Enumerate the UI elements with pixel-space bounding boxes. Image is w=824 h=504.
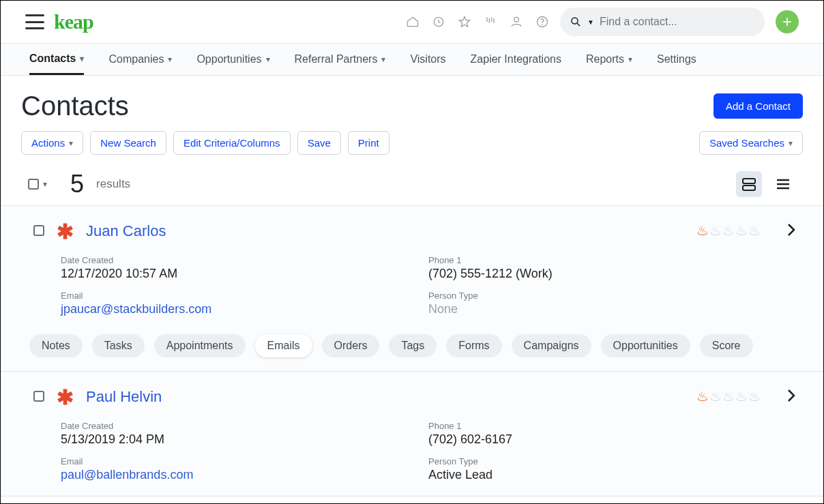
- nav-label: Zapier Integrations: [471, 53, 561, 65]
- nav-label: Referral Partners: [295, 53, 378, 65]
- field-value: Active Lead: [428, 468, 796, 482]
- chevron-right-icon: [786, 388, 796, 403]
- nav-opportunities[interactable]: Opportunities▾: [196, 44, 269, 75]
- svg-point-4: [572, 18, 578, 24]
- flame-icon: ♨: [748, 388, 761, 404]
- contact-card: ✱Juan Carlos♨♨♨♨♨Date Created12/17/2020 …: [1, 206, 823, 372]
- star-icon[interactable]: [458, 15, 471, 29]
- home-icon[interactable]: [406, 15, 420, 29]
- menu-icon[interactable]: [25, 14, 44, 29]
- nav-zapier-integrations[interactable]: Zapier Integrations: [471, 44, 561, 75]
- chevron-down-icon[interactable]: ▾: [43, 179, 47, 189]
- actions-button[interactable]: Actions▾: [21, 131, 83, 155]
- asterisk-icon: ✱: [57, 391, 74, 404]
- flame-icon: ♨: [696, 388, 709, 404]
- help-icon[interactable]: [535, 15, 549, 29]
- tab-notes[interactable]: Notes: [29, 334, 83, 357]
- results-label: results: [96, 177, 130, 191]
- field-label: Date Created: [61, 255, 428, 265]
- contact-checkbox[interactable]: [33, 225, 44, 236]
- expand-button[interactable]: [786, 388, 796, 403]
- logo[interactable]: keap: [54, 10, 93, 33]
- top-bar: keap ▼ +: [1, 1, 823, 43]
- contact-name[interactable]: Paul Helvin: [86, 388, 162, 406]
- chevron-down-icon: ▾: [266, 55, 270, 64]
- chevron-down-icon: ▾: [69, 138, 73, 148]
- field-label: Date Created: [61, 421, 428, 431]
- add-contact-button[interactable]: Add a Contact: [713, 93, 803, 119]
- tab-forms[interactable]: Forms: [446, 334, 501, 357]
- nav-contacts[interactable]: Contacts▾: [29, 44, 84, 75]
- nav-label: Reports: [586, 53, 624, 65]
- tab-row: NotesTasksAppointmentsEmailsOrdersTagsFo…: [29, 334, 796, 357]
- grid-icon[interactable]: [484, 15, 497, 29]
- chevron-down-icon: ▾: [381, 55, 385, 64]
- top-icon-row: [406, 15, 549, 29]
- toolbar: Actions▾ New Search Edit Criteria/Column…: [1, 131, 823, 167]
- select-all[interactable]: ▾: [28, 179, 47, 190]
- chevron-down-icon: ▾: [789, 138, 793, 148]
- tab-tasks[interactable]: Tasks: [92, 334, 145, 357]
- nav-label: Opportunities: [196, 53, 261, 65]
- print-button[interactable]: Print: [348, 131, 389, 155]
- expand-button[interactable]: [786, 222, 796, 237]
- page-header: Contacts Add a Contact: [1, 76, 823, 131]
- field-label: Phone 1: [428, 255, 796, 265]
- field-value: None: [428, 302, 796, 316]
- tab-campaigns[interactable]: Campaigns: [512, 334, 591, 357]
- chevron-down-icon: ▾: [80, 54, 84, 63]
- nav-label: Contacts: [29, 53, 76, 65]
- field-value[interactable]: paul@ballenbrands.com: [61, 468, 428, 482]
- flame-icon: ♨: [696, 222, 709, 239]
- chevron-right-icon: [786, 222, 796, 237]
- tab-emails[interactable]: Emails: [255, 334, 312, 357]
- tab-score[interactable]: Score: [700, 334, 753, 357]
- save-button[interactable]: Save: [297, 131, 341, 155]
- contact-name[interactable]: Juan Carlos: [86, 222, 166, 240]
- search-input[interactable]: [600, 16, 755, 28]
- view-list-button[interactable]: [770, 171, 796, 197]
- tab-opportunities[interactable]: Opportunities: [601, 334, 690, 357]
- field-value: 12/17/2020 10:57 AM: [61, 267, 428, 281]
- saved-searches-button[interactable]: Saved Searches▾: [699, 131, 803, 155]
- flame-icon: ♨: [735, 388, 748, 404]
- clock-icon[interactable]: [432, 15, 445, 29]
- select-all-checkbox[interactable]: [28, 179, 39, 190]
- search-filter-caret[interactable]: ▼: [587, 18, 594, 26]
- field-value: 5/13/2019 2:04 PM: [61, 432, 428, 447]
- edit-criteria-button[interactable]: Edit Criteria/Columns: [173, 131, 291, 155]
- flame-icon: ♨: [735, 222, 748, 239]
- nav-companies[interactable]: Companies▾: [108, 44, 172, 75]
- field-label: Email: [61, 456, 428, 466]
- nav-label: Settings: [657, 53, 696, 65]
- flame-icon: ♨: [722, 388, 735, 404]
- search-icon: [570, 16, 582, 28]
- search-input-container[interactable]: ▼: [560, 8, 765, 36]
- add-button[interactable]: +: [776, 10, 799, 33]
- tab-tags[interactable]: Tags: [389, 334, 437, 357]
- tab-orders[interactable]: Orders: [322, 334, 380, 357]
- field-label: Person Type: [428, 456, 796, 466]
- svg-point-1: [514, 17, 519, 22]
- nav-settings[interactable]: Settings: [657, 44, 696, 75]
- nav-label: Companies: [108, 53, 164, 65]
- new-search-button[interactable]: New Search: [90, 131, 166, 155]
- chevron-down-icon: ▾: [168, 55, 172, 64]
- chevron-down-icon: ▾: [628, 55, 632, 64]
- view-card-button[interactable]: [736, 171, 762, 197]
- results-count: 5: [70, 170, 84, 198]
- nav-label: Visitors: [410, 53, 445, 65]
- user-icon[interactable]: [510, 15, 523, 29]
- svg-rect-5: [743, 179, 755, 183]
- card-view-icon: [741, 176, 757, 192]
- flame-score: ♨♨♨♨♨: [696, 388, 761, 404]
- results-bar: ▾ 5 results: [1, 167, 823, 205]
- main-nav: Contacts▾Companies▾Opportunities▾Referra…: [1, 43, 823, 76]
- contact-card: ✱Paul Helvin♨♨♨♨♨Date Created5/13/2019 2…: [1, 372, 823, 496]
- nav-referral-partners[interactable]: Referral Partners▾: [295, 44, 386, 75]
- nav-visitors[interactable]: Visitors: [410, 44, 445, 75]
- contact-checkbox[interactable]: [33, 391, 44, 402]
- field-value[interactable]: jpaucar@stackbuilders.com: [61, 302, 428, 316]
- tab-appointments[interactable]: Appointments: [154, 334, 246, 357]
- nav-reports[interactable]: Reports▾: [586, 44, 632, 75]
